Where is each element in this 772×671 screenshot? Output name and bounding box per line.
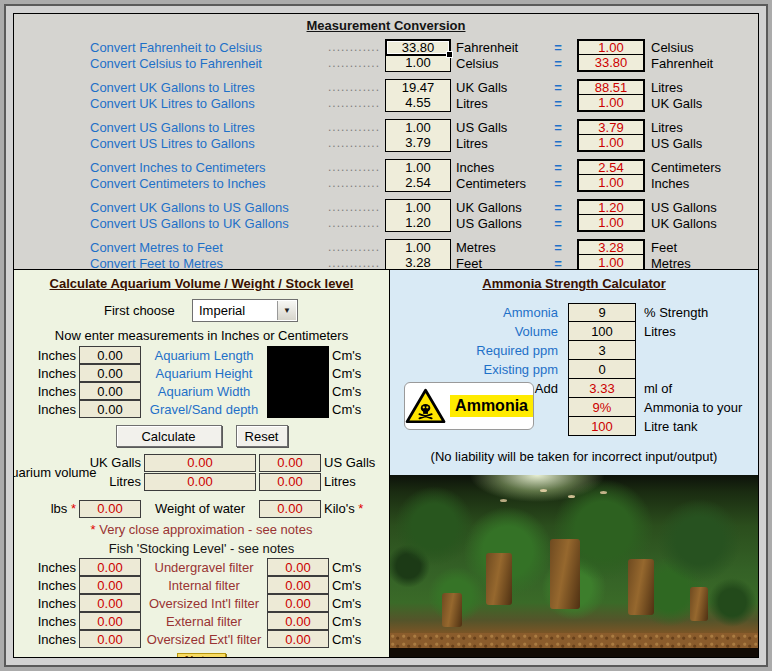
- conversion-link[interactable]: Convert UK Gallons to Litres: [90, 80, 328, 95]
- conversion-link[interactable]: Convert US Gallons to UK Gallons: [90, 216, 328, 231]
- conversion-link[interactable]: Convert UK Gallons to US Gallons: [90, 200, 328, 215]
- length-input-cell[interactable]: 0.00: [79, 346, 141, 364]
- measurement-conversion-title: Measurement Conversion: [14, 18, 758, 33]
- conversion-input-cell[interactable]: 3.28: [385, 255, 451, 271]
- conversion-input-cell[interactable]: 2.54: [385, 175, 451, 192]
- stocking-level-title: Fish 'Stocking Level' - see notes: [14, 541, 389, 556]
- conversion-row: Convert UK Gallons to Litres ...........…: [14, 79, 758, 95]
- height-input-cell[interactable]: 0.00: [79, 364, 141, 382]
- driftwood-stump: [442, 593, 462, 627]
- conversion-input-cell[interactable]: 1.00: [385, 55, 451, 72]
- conversion-input-cell[interactable]: 1.20: [385, 215, 451, 232]
- dots-leader: ............: [328, 216, 385, 230]
- conversion-row: Convert Inches to Centimeters ..........…: [14, 159, 758, 175]
- unit-label: Inches: [451, 160, 539, 175]
- required-ppm-cell[interactable]: 3: [568, 341, 636, 360]
- conversion-input-cell[interactable]: 4.55: [385, 95, 451, 112]
- aquarium-calculator-panel: Calculate Aquarium Volume / Weight / Sto…: [14, 270, 390, 657]
- unit-label: Litres: [645, 80, 683, 95]
- width-input-cell[interactable]: 0.00: [79, 382, 141, 400]
- conversion-link[interactable]: Convert Celsius to Fahrenheit: [90, 56, 328, 71]
- unit-label: Inches: [16, 596, 76, 611]
- external-cms-cell: 0.00: [267, 612, 329, 630]
- unit-label: UK Galls: [451, 80, 539, 95]
- gravel-substrate: [390, 633, 758, 648]
- unit-label: Cm's: [332, 348, 372, 363]
- calculate-button[interactable]: Calculate: [116, 425, 222, 447]
- existing-ppm-label: Existing ppm: [390, 362, 568, 377]
- ammonia-label: Ammonia: [390, 305, 568, 320]
- notes-button[interactable]: Notes: [177, 653, 226, 657]
- conversion-output-cell: 3.79: [577, 119, 645, 136]
- unit-label: Metres: [451, 240, 539, 255]
- unit-label: Centimeters: [451, 176, 539, 191]
- conversion-output-cell: 1.00: [577, 39, 645, 56]
- driftwood-stump: [690, 587, 708, 621]
- equals-sign: =: [539, 216, 577, 231]
- oversized-extl-filter-label: Oversized Ext'l filter: [144, 632, 264, 647]
- internal-inches-cell: 0.00: [79, 576, 141, 594]
- photo-bottom-shadow: [390, 648, 758, 657]
- unit-label: US Galls: [451, 120, 539, 135]
- ammonia-calculator-panel: Ammonia Strength Calculator Ammonia 9 % …: [390, 270, 758, 657]
- conversion-input-cell[interactable]: 19.47: [385, 79, 451, 96]
- stocking-level-grid: Inches 0.00 Undergravel filter 0.00 Cm's…: [16, 558, 389, 648]
- unit-label: Feet: [451, 256, 539, 271]
- conversion-link[interactable]: Convert Feet to Metres: [90, 256, 328, 271]
- fish: [540, 489, 547, 492]
- conversion-output-cell: 1.20: [577, 199, 645, 216]
- equals-sign: =: [539, 120, 577, 135]
- measurement-input-grid: Inches 0.00 Aquarium Length Cm's Inches …: [16, 346, 389, 418]
- conversion-group-metres-feet: Convert Metres to Feet ............ 1.00…: [14, 239, 758, 270]
- dots-leader: ............: [328, 120, 385, 134]
- volume-uk-gallons-cell: 0.00: [144, 454, 256, 472]
- approximation-star: *: [358, 501, 363, 516]
- reset-button[interactable]: Reset: [236, 425, 288, 447]
- conversion-output-cell: 1.00: [577, 255, 645, 271]
- unit-system-value: Imperial: [193, 303, 245, 318]
- covered-cells-black-box: [267, 346, 329, 418]
- existing-ppm-cell[interactable]: 0: [568, 360, 636, 379]
- conversion-output-cell: 1.00: [577, 175, 645, 192]
- equals-sign: =: [539, 40, 577, 55]
- oversized-intl-filter-label: Oversized Int'l filter: [144, 596, 264, 611]
- unit-label: UK Gallons: [451, 200, 539, 215]
- conversion-input-cell[interactable]: 1.00: [385, 199, 451, 216]
- aquarium-length-label: Aquarium Length: [144, 348, 264, 363]
- conversion-input-cell[interactable]: 3.79: [385, 135, 451, 152]
- chevron-down-icon[interactable]: ▼: [277, 301, 296, 320]
- weight-kilos-cell: 0.00: [259, 500, 321, 518]
- unit-label: lbs *: [16, 501, 76, 516]
- approximation-note: * Very close approximation - see notes: [14, 522, 389, 537]
- conversion-link[interactable]: Convert US Litres to Gallons: [90, 136, 328, 151]
- conversion-input-cell[interactable]: 1.00: [385, 119, 451, 136]
- app-window: Measurement Conversion Convert Fahrenhei…: [4, 4, 768, 667]
- conversion-link[interactable]: Convert Centimeters to Inches: [90, 176, 328, 191]
- dots-leader: ............: [328, 256, 385, 270]
- gravel-depth-input-cell[interactable]: 0.00: [79, 400, 141, 418]
- ammonia-strength-cell[interactable]: 9: [568, 303, 636, 322]
- equals-sign: =: [539, 160, 577, 175]
- dots-leader: ............: [328, 136, 385, 150]
- conversion-input-cell[interactable]: 1.00: [385, 239, 451, 256]
- conversion-input-cell[interactable]: 1.00: [385, 159, 451, 176]
- liability-disclaimer: (No liability will be taken for incorrec…: [390, 449, 758, 464]
- aquarium-volume-grid: UK Galls 0.00 Aquarium volume 0.00 US Ga…: [16, 453, 389, 491]
- conversion-link[interactable]: Convert Inches to Centimeters: [90, 160, 328, 175]
- conversion-input-cell[interactable]: 33.80: [385, 39, 451, 56]
- add-ml-cell: 3.33: [568, 379, 636, 398]
- conversion-link[interactable]: Convert UK Litres to Gallons: [90, 96, 328, 111]
- driftwood-stump: [486, 553, 512, 605]
- unit-system-dropdown[interactable]: Imperial ▼: [192, 299, 298, 322]
- unit-label: Metres: [645, 256, 691, 271]
- volume-label: Volume: [390, 324, 568, 339]
- conversion-group-length: Convert Inches to Centimeters ..........…: [14, 159, 758, 191]
- volume-cell[interactable]: 100: [568, 322, 636, 341]
- conversion-link[interactable]: Convert Fahrenheit to Celsius: [90, 40, 328, 55]
- conversion-group-uk-us: Convert UK Gallons to US Gallons .......…: [14, 199, 758, 231]
- oversized-extl-inches-cell: 0.00: [79, 630, 141, 648]
- conversion-link[interactable]: Convert US Gallons to Litres: [90, 120, 328, 135]
- conversion-link[interactable]: Convert Metres to Feet: [90, 240, 328, 255]
- unit-label: % Strength: [636, 305, 758, 320]
- aquarium-width-label: Aquarium Width: [144, 384, 264, 399]
